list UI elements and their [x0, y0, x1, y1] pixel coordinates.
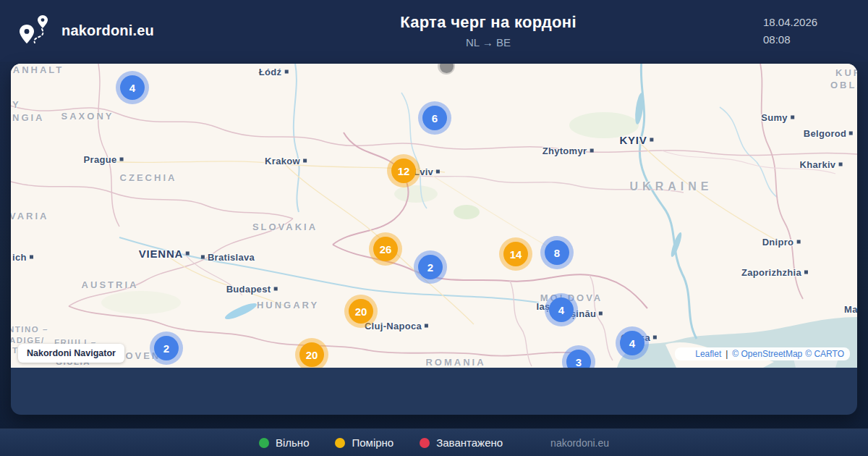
city-label-text: Sumy — [761, 112, 788, 123]
city-label-text: Krakow — [265, 156, 300, 166]
city-dot-icon — [303, 159, 307, 163]
region-label: SAXONY — [61, 111, 114, 122]
brand[interactable]: nakordoni.eu — [18, 13, 184, 49]
border-queues-map[interactable]: ANHALTYNGIASAXONYCZECHIAVARIAAUSTRIASLOV… — [11, 64, 857, 368]
cluster-marker[interactable]: 2 — [150, 332, 183, 365]
city-label: Cluj-Napoca — [365, 321, 428, 332]
cluster-count: 8 — [545, 240, 569, 265]
region-label: KURSK — [835, 67, 857, 78]
city-label-text: Dnipro — [762, 237, 794, 248]
header-center: Карта черг на кордоні NL → BE — [184, 13, 763, 48]
current-time: 08:08 — [763, 31, 850, 48]
cluster-count: 4 — [620, 331, 644, 355]
cluster-marker[interactable]: 2 — [414, 250, 447, 284]
cluster-count — [440, 64, 454, 73]
legend-item: Вільно — [259, 436, 310, 449]
leaflet-link[interactable]: Leaflet — [695, 349, 721, 359]
cluster-marker[interactable]: 12 — [387, 154, 420, 187]
city-label: Belgorod — [804, 128, 853, 139]
region-label: ANHALT — [13, 64, 64, 75]
ukraine-flag-icon — [681, 350, 692, 358]
city-dot-icon — [273, 287, 277, 291]
city-label: ich — [12, 252, 33, 263]
legend-label: Помірно — [352, 436, 393, 449]
region-label: Y — [12, 99, 21, 110]
carto-link[interactable]: © CARTO — [805, 349, 844, 359]
city-dot-icon — [425, 324, 428, 328]
legend-item: Помірно — [335, 436, 393, 449]
openstreetmap-link[interactable]: © OpenStreetMap — [732, 349, 802, 359]
current-date: 18.04.2026 — [763, 14, 850, 31]
cluster-count: 3 — [566, 350, 591, 368]
city-label: Ma — [844, 304, 857, 315]
city-dot-icon — [590, 149, 593, 153]
region-label: SLOVAKIA — [252, 221, 318, 232]
cluster-count: 14 — [503, 242, 528, 266]
cluster-marker[interactable]: 20 — [295, 338, 328, 368]
cluster-count: 26 — [373, 237, 398, 261]
city-dot-icon — [804, 271, 808, 274]
city-dot-icon — [791, 116, 794, 119]
green-dot-icon — [259, 438, 269, 448]
city-label: Kharkiv — [800, 159, 843, 170]
city-dot-icon — [119, 158, 123, 161]
city-dot-icon — [284, 70, 288, 74]
map-attribution: Leaflet | © OpenStreetMap © CARTO — [675, 347, 850, 360]
cluster-marker[interactable]: 20 — [344, 295, 378, 328]
city-label-text: Ma — [844, 304, 857, 315]
cluster-count: 2 — [154, 336, 179, 360]
brand-name: nakordoni.eu — [61, 22, 154, 39]
cluster-marker[interactable]: 4 — [116, 71, 149, 104]
nakordoni-navigator-button[interactable]: Nakordoni Navigator — [18, 344, 124, 363]
city-dot-icon — [796, 240, 800, 244]
city-label-text: Zhytomyr — [542, 145, 587, 156]
city-dot-icon — [838, 163, 842, 166]
region-label: UKRAINE — [630, 180, 713, 193]
region-label: HUNGARY — [257, 300, 319, 311]
cluster-count: 4 — [549, 297, 574, 322]
region-label: VARIA — [11, 211, 48, 221]
legend-items: ВільноПомірноЗавантажено — [259, 436, 503, 449]
city-dot-icon — [650, 138, 654, 142]
city-label: Dnipro — [762, 237, 801, 248]
cluster-marker[interactable]: 8 — [540, 236, 574, 269]
city-label: Sumy — [761, 112, 794, 123]
city-label-text: Bratislava — [208, 252, 255, 263]
city-label: KYIV — [619, 134, 653, 146]
legend-label: Вільно — [276, 436, 310, 449]
cluster-count: 20 — [349, 299, 373, 324]
route-pins-logo-icon — [18, 13, 51, 49]
city-dot-icon — [30, 256, 33, 259]
cluster-count: 12 — [391, 159, 416, 183]
header-datetime: 18.04.2026 08:08 — [763, 14, 850, 48]
city-dot-icon — [849, 132, 853, 135]
cluster-marker[interactable]: 6 — [418, 101, 451, 135]
city-label-text: Budapest — [226, 284, 271, 295]
attribution-separator: | — [726, 349, 728, 359]
city-label: VIENNA — [139, 248, 190, 260]
city-label: Budapest — [226, 284, 278, 295]
city-label-text: Zaporizhzhia — [741, 267, 801, 278]
cluster-marker[interactable]: 26 — [369, 232, 402, 266]
region-label: NGIA — [12, 112, 45, 123]
city-label-text: Prague — [84, 154, 117, 165]
city-label-text: VIENNA — [139, 248, 183, 260]
city-label-text: KYIV — [619, 134, 647, 146]
city-label-text: ich — [12, 252, 27, 263]
city-label: Łódź — [259, 67, 289, 77]
region-label: CZECHIA — [120, 172, 177, 183]
yellow-dot-icon — [335, 438, 345, 448]
cluster-marker[interactable]: 4 — [545, 293, 578, 326]
page-title: Карта черг на кордоні — [213, 13, 763, 32]
cluster-count: 4 — [120, 75, 145, 100]
city-label: Krakow — [265, 156, 307, 166]
route-direction: NL → BE — [213, 36, 763, 48]
city-label-text: Belgorod — [804, 128, 846, 139]
cluster-count: 20 — [299, 342, 324, 367]
cluster-marker[interactable]: 14 — [499, 237, 532, 271]
city-label: Prague — [84, 154, 124, 165]
header: nakordoni.eu Карта черг на кордоні NL → … — [0, 0, 868, 62]
city-dot-icon — [201, 256, 205, 259]
city-dot-icon — [186, 252, 190, 256]
cluster-marker[interactable]: 4 — [616, 326, 649, 360]
